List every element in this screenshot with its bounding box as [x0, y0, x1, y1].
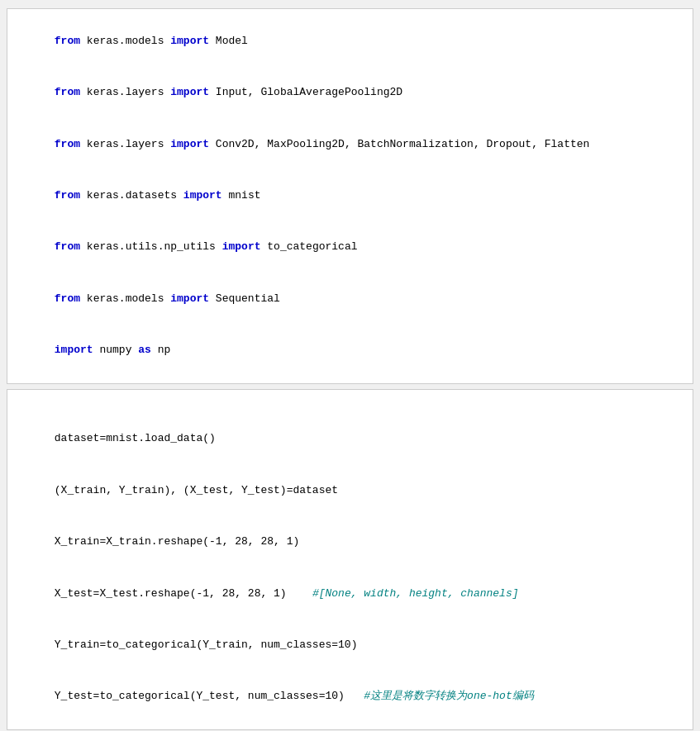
import-line-5: from keras.utils.np_utils import to_cate…	[16, 222, 684, 273]
import-line-7: import numpy as np	[16, 325, 684, 376]
code-editor: from keras.models import Model from kera…	[0, 0, 700, 731]
import-line-2: from keras.layers import Input, GlobalAv…	[16, 67, 684, 118]
data-line-6: Y_test=to_categorical(Y_test, num_classe…	[16, 671, 684, 722]
import-line-4: from keras.datasets import mnist	[16, 170, 684, 221]
data-load-section: dataset=mnist.load_data() (X_train, Y_tr…	[7, 389, 693, 730]
data-line-3: X_train=X_train.reshape(-1, 28, 28, 1)	[16, 516, 684, 567]
data-line-5: Y_train=to_categorical(Y_train, num_clas…	[16, 619, 684, 671]
data-line-1: dataset=mnist.load_data()	[16, 414, 684, 465]
import-line-1: from keras.models import Model	[16, 16, 684, 67]
imports-section: from keras.models import Model from kera…	[7, 8, 693, 384]
import-line-6: from keras.models import Sequential	[16, 273, 684, 325]
data-line-2: (X_train, Y_train), (X_test, Y_test)=dat…	[16, 465, 684, 516]
data-line-4: X_test=X_test.reshape(-1, 28, 28, 1) #[N…	[16, 568, 684, 619]
import-line-3: from keras.layers import Conv2D, MaxPool…	[16, 119, 684, 170]
